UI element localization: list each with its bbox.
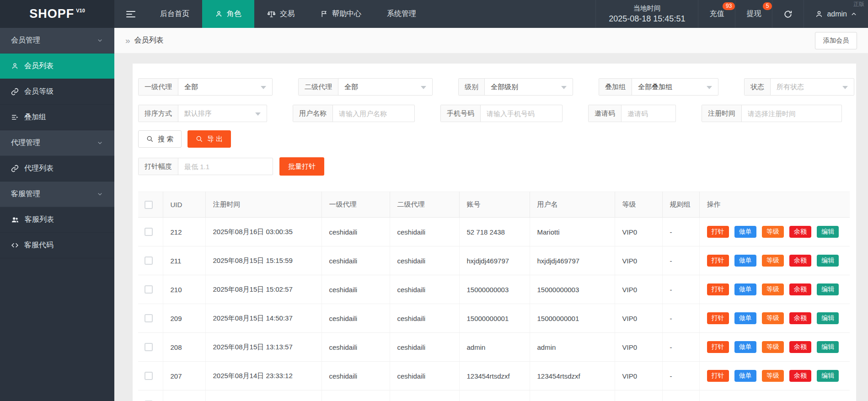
inject-button[interactable]: 打针: [707, 283, 729, 295]
chevron-down-icon: [842, 86, 848, 89]
cell-uid: 210: [163, 275, 205, 304]
sort-select[interactable]: 默认排序: [178, 105, 267, 122]
edit-button[interactable]: 编辑: [817, 370, 839, 382]
edit-button[interactable]: 编辑: [817, 283, 839, 295]
level-button[interactable]: 等级: [762, 226, 784, 238]
app-logo[interactable]: SHOPF V10: [0, 0, 114, 28]
level-button[interactable]: 等级: [762, 283, 784, 295]
select-value: 所有状态: [777, 83, 804, 91]
sidebar-group-support-mgmt[interactable]: 客服管理: [0, 182, 114, 207]
make-order-button[interactable]: 做单: [734, 341, 756, 353]
row-checkbox[interactable]: [145, 314, 153, 322]
recharge-button[interactable]: 充值 93: [698, 0, 735, 28]
table-row: 212 2025年08月16日 03:00:35 ceshidaili cesh…: [138, 218, 850, 246]
nav-trade[interactable]: 交易: [254, 0, 307, 28]
edit-button[interactable]: 编辑: [817, 341, 839, 353]
balance-button[interactable]: 余额: [789, 370, 811, 382]
topbar: SHOPF V10 后台首页 角色 交易 帮助中心 系统管: [0, 0, 868, 28]
withdraw-button[interactable]: 提现 5: [735, 0, 772, 28]
select-all-checkbox[interactable]: [145, 201, 153, 209]
edit-button[interactable]: 编辑: [817, 312, 839, 324]
cell-reg-time: 2025年08月15日 15:15:59: [205, 246, 321, 275]
sidebar-item-member-level[interactable]: 会员等级: [0, 79, 114, 105]
table-row: 210 2025年08月15日 15:02:57 ceshidaili cesh…: [138, 275, 850, 304]
nav-dashboard[interactable]: 后台首页: [147, 0, 202, 28]
sidebar-item-support-code[interactable]: 客服代码: [0, 233, 114, 258]
sidebar-item-agent-list[interactable]: 代理列表: [0, 156, 114, 182]
nav-help-center[interactable]: 帮助中心: [307, 0, 374, 28]
level1-agent-select[interactable]: 全部: [178, 79, 272, 95]
level-button[interactable]: 等级: [762, 312, 784, 324]
phone-input[interactable]: [481, 105, 562, 122]
sidebar-group-member-mgmt[interactable]: 会员管理: [0, 28, 114, 53]
user-icon: [215, 10, 223, 18]
sidebar-group-agent-mgmt[interactable]: 代理管理: [0, 130, 114, 156]
level2-agent-select[interactable]: 全部: [338, 79, 432, 95]
row-checkbox[interactable]: [145, 343, 153, 351]
row-checkbox[interactable]: [145, 372, 153, 380]
cell-account: 52 718 2438: [459, 218, 530, 246]
row-checkbox[interactable]: [145, 257, 153, 265]
filter-level2-agent: 二级代理 全部: [298, 78, 433, 96]
chevron-up-icon: [851, 11, 857, 17]
nav-system[interactable]: 系统管理: [374, 0, 429, 28]
sidebar-toggle-button[interactable]: [114, 0, 147, 28]
make-order-button[interactable]: 做单: [734, 312, 756, 324]
register-time-input[interactable]: [742, 105, 841, 122]
edit-button[interactable]: 编辑: [817, 226, 839, 238]
row-checkbox[interactable]: [145, 285, 153, 294]
batch-inject-button[interactable]: 批量打针: [279, 157, 324, 176]
inject-button[interactable]: 打针: [707, 370, 729, 382]
row-checkbox[interactable]: [145, 228, 153, 236]
col-header-reg-time: 注册时间: [205, 192, 321, 218]
app-logo-version: V10: [76, 8, 85, 13]
chevron-down-icon: [261, 86, 266, 89]
level-select[interactable]: 全部级别: [485, 79, 573, 95]
level-button[interactable]: 等级: [762, 255, 784, 267]
status-select[interactable]: 所有状态: [771, 79, 854, 95]
table-row: 207 2025年08月14日 23:33:12 ceshidaili cesh…: [138, 362, 850, 390]
cell-uid: 208: [163, 333, 205, 362]
nav-roles[interactable]: 角色: [202, 0, 254, 28]
table-row: 209 2025年08月15日 14:50:37 ceshidaili cesh…: [138, 304, 850, 333]
cell-rule-group: -: [662, 218, 699, 246]
refresh-button[interactable]: [772, 0, 804, 28]
export-button[interactable]: 导 出: [188, 130, 231, 148]
balance-button[interactable]: 余额: [789, 341, 811, 353]
cell-level: VIP0: [615, 275, 662, 304]
user-menu[interactable]: admin: [804, 0, 868, 28]
cell-rule-group: -: [662, 246, 699, 275]
sidebar-item-label: 会员列表: [24, 61, 54, 71]
level-button[interactable]: 等级: [762, 370, 784, 382]
sidebar-item-stack-group[interactable]: 叠加组: [0, 105, 114, 130]
invite-code-input[interactable]: [622, 105, 675, 122]
make-order-button[interactable]: 做单: [734, 255, 756, 267]
main-area: » 会员列表 添加会员 一级代理 全部 二级代理 全部: [114, 0, 868, 401]
inject-range-input[interactable]: [178, 158, 281, 175]
add-member-button[interactable]: 添加会员: [815, 32, 857, 49]
balance-button[interactable]: 余额: [789, 283, 811, 295]
sidebar-item-member-list[interactable]: 会员列表: [0, 53, 114, 79]
stack-group-select[interactable]: 全部叠加组: [632, 79, 718, 95]
balance-button[interactable]: 余额: [789, 255, 811, 267]
balance-button[interactable]: 余额: [789, 312, 811, 324]
inject-button[interactable]: 打针: [707, 255, 729, 267]
nav-dashboard-label: 后台首页: [160, 9, 189, 19]
inject-button[interactable]: 打针: [707, 341, 729, 353]
balance-button[interactable]: 余额: [789, 226, 811, 238]
username-input[interactable]: [333, 105, 414, 122]
filter-row-2: 排序方式 默认排序 用户名称 手机号码 邀请码: [138, 105, 850, 122]
level-button[interactable]: 等级: [762, 341, 784, 353]
sidebar-item-support-list[interactable]: 客服列表: [0, 207, 114, 233]
edit-button[interactable]: 编辑: [817, 255, 839, 267]
filter-level: 级别 全部级别: [458, 78, 573, 96]
make-order-button[interactable]: 做单: [734, 226, 756, 238]
col-header-agent2: 二级代理: [390, 192, 459, 218]
breadcrumb-bar: » 会员列表 添加会员: [114, 28, 868, 53]
inject-button[interactable]: 打针: [707, 226, 729, 238]
make-order-button[interactable]: 做单: [734, 283, 756, 295]
inject-button[interactable]: 打针: [707, 312, 729, 324]
make-order-button[interactable]: 做单: [734, 370, 756, 382]
cell-uid: 207: [163, 362, 205, 390]
search-button[interactable]: 搜 索: [138, 130, 182, 148]
